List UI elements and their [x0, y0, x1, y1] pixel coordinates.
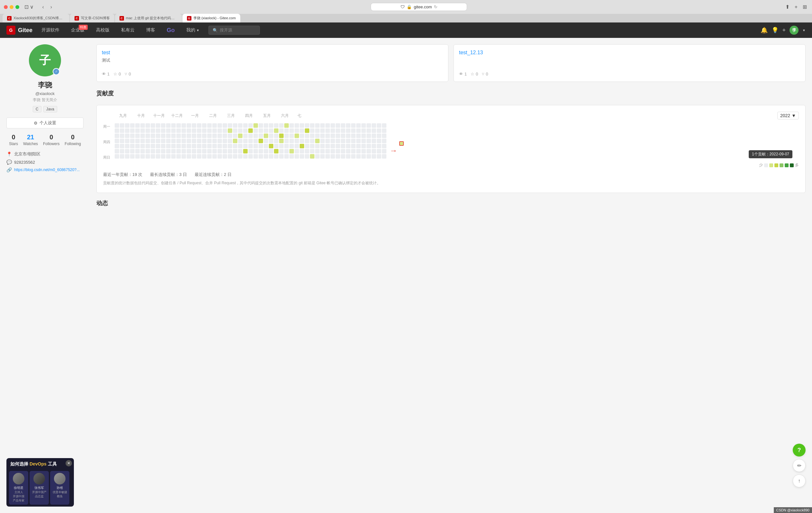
contrib-cell[interactable]: [120, 139, 124, 143]
contrib-cell[interactable]: [192, 149, 196, 153]
contrib-cell[interactable]: [284, 154, 289, 159]
contrib-cell[interactable]: [181, 154, 186, 159]
contrib-cell[interactable]: [248, 123, 253, 128]
contrib-cell[interactable]: [218, 144, 222, 148]
minimize-dot[interactable]: [10, 5, 13, 9]
contrib-cell[interactable]: [336, 154, 340, 159]
contrib-cell[interactable]: [356, 128, 361, 133]
contrib-cell[interactable]: [218, 154, 222, 159]
contrib-cell[interactable]: [289, 128, 294, 133]
contrib-cell[interactable]: [125, 128, 129, 133]
contrib-cell[interactable]: [294, 133, 299, 138]
window-controls[interactable]: [4, 5, 19, 9]
contrib-cell[interactable]: [135, 139, 140, 143]
contrib-cell[interactable]: [166, 149, 171, 153]
contrib-cell[interactable]: [135, 144, 140, 148]
contrib-cell[interactable]: [341, 149, 345, 153]
nav-go[interactable]: Go: [164, 26, 177, 35]
contrib-cell[interactable]: [218, 128, 222, 133]
contrib-cell[interactable]: [212, 128, 217, 133]
contrib-cell[interactable]: [377, 149, 381, 153]
contrib-cell[interactable]: [264, 128, 268, 133]
contrib-cell[interactable]: [346, 128, 350, 133]
contrib-cell[interactable]: [372, 128, 376, 133]
contrib-cell[interactable]: [151, 133, 155, 138]
contrib-cell[interactable]: [351, 149, 355, 153]
contrib-cell[interactable]: [279, 123, 284, 128]
contrib-cell[interactable]: [264, 139, 268, 143]
contrib-cell[interactable]: [330, 133, 335, 138]
contrib-cell[interactable]: [274, 128, 279, 133]
contrib-cell[interactable]: [202, 144, 206, 148]
contrib-cell[interactable]: [254, 139, 258, 143]
contrib-cell[interactable]: [310, 144, 315, 148]
contrib-cell[interactable]: [115, 154, 119, 159]
contrib-cell[interactable]: [294, 149, 299, 153]
contrib-cell[interactable]: [289, 133, 294, 138]
contrib-cell[interactable]: [120, 123, 124, 128]
contrib-cell[interactable]: [181, 149, 186, 153]
contrib-cell[interactable]: [171, 123, 176, 128]
contrib-cell[interactable]: [377, 144, 381, 148]
repo-card-test[interactable]: test 测试 👁 1 ☆ 0 ⑂ 0: [96, 44, 448, 82]
contrib-cell[interactable]: [223, 149, 227, 153]
contrib-cell[interactable]: [156, 154, 160, 159]
repo-name-test1213[interactable]: test_12.13: [459, 50, 800, 56]
contrib-cell[interactable]: [377, 128, 381, 133]
contrib-cell[interactable]: [233, 128, 237, 133]
contrib-cell[interactable]: [300, 154, 304, 159]
contrib-cell[interactable]: [274, 139, 279, 143]
contrib-cell[interactable]: [305, 128, 309, 133]
contrib-cell[interactable]: [115, 144, 119, 148]
contrib-cell[interactable]: [274, 149, 279, 153]
contrib-cell[interactable]: [274, 123, 279, 128]
contrib-cell[interactable]: [315, 154, 320, 159]
year-selector[interactable]: 2022 ▼: [777, 112, 799, 119]
contrib-cell[interactable]: [176, 133, 181, 138]
tab-git-mac[interactable]: C mac 上使用 git 提交本地代码到 gitee 仓库_攻城...: [115, 14, 182, 23]
tab-gitee-profile[interactable]: G 李骁 (xiaolock) - Gitee.com: [182, 14, 240, 23]
contrib-cell[interactable]: [367, 149, 371, 153]
nav-private-cloud[interactable]: 私有云: [118, 26, 137, 34]
contrib-cell[interactable]: [361, 144, 366, 148]
contrib-cell[interactable]: [372, 149, 376, 153]
contrib-cell[interactable]: [315, 139, 320, 143]
contrib-cell[interactable]: [218, 133, 222, 138]
contrib-cell[interactable]: [351, 123, 355, 128]
stat-watches[interactable]: 21 Watches: [23, 133, 38, 146]
contrib-cell[interactable]: [176, 149, 181, 153]
contrib-cell[interactable]: [259, 123, 263, 128]
contrib-cell[interactable]: [218, 139, 222, 143]
contrib-cell[interactable]: [284, 128, 289, 133]
contrib-cell[interactable]: [192, 144, 196, 148]
contrib-cell[interactable]: [279, 139, 284, 143]
contrib-cell[interactable]: [223, 133, 227, 138]
contrib-cell[interactable]: [145, 149, 150, 153]
ad-close-button[interactable]: ✕: [65, 460, 72, 466]
contrib-cell[interactable]: [315, 144, 320, 148]
contrib-cell[interactable]: [320, 149, 325, 153]
contrib-cell[interactable]: [186, 123, 191, 128]
contrib-cell[interactable]: [320, 133, 325, 138]
contrib-cell[interactable]: [120, 128, 124, 133]
contrib-cell[interactable]: [289, 139, 294, 143]
blog-item[interactable]: 🔗 https://blog.csdn.net/m0_60867520?...: [6, 167, 84, 172]
address-bar[interactable]: 🛡 🔒 gitee.com ↻: [371, 3, 467, 11]
back-to-top-button[interactable]: ↑: [793, 475, 806, 487]
contrib-cell[interactable]: [351, 154, 355, 159]
nav-blog[interactable]: 博客: [144, 26, 158, 34]
contrib-cell[interactable]: [238, 139, 242, 143]
contrib-cell[interactable]: [330, 123, 335, 128]
contrib-cell[interactable]: [300, 144, 304, 148]
contrib-cell[interactable]: [289, 123, 294, 128]
settings-button[interactable]: ⚙ 个人设置: [6, 118, 84, 128]
contrib-cell[interactable]: [207, 154, 212, 159]
contrib-cell[interactable]: [289, 144, 294, 148]
contrib-cell[interactable]: [161, 139, 166, 143]
contrib-cell[interactable]: [351, 133, 355, 138]
contrib-cell[interactable]: [382, 149, 386, 153]
contrib-cell[interactable]: [115, 139, 119, 143]
contrib-cell[interactable]: [294, 128, 299, 133]
contrib-cell[interactable]: [151, 144, 155, 148]
contrib-cell[interactable]: [156, 139, 160, 143]
